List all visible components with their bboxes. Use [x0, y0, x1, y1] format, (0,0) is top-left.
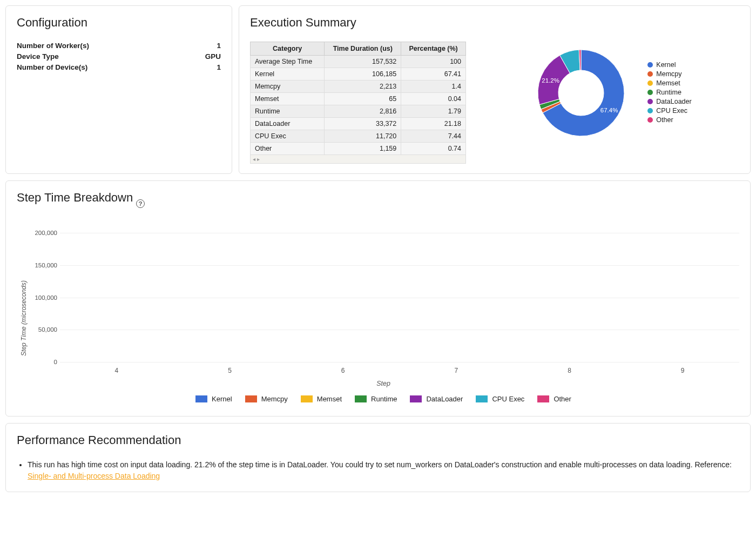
bar-chart-legend: KernelMemcpyMemsetRuntimeDataLoaderCPU E…: [28, 395, 739, 403]
config-label: Number of Worker(s): [17, 42, 89, 50]
legend-label: Memset: [317, 395, 342, 403]
config-value: 1: [217, 63, 221, 71]
legend-item: Runtime: [355, 395, 397, 403]
table-pager[interactable]: ◂ ▸: [250, 155, 466, 164]
table-header: Category: [251, 42, 325, 56]
config-value: 1: [217, 42, 221, 50]
help-icon[interactable]: ?: [136, 199, 145, 208]
legend-swatch: [410, 395, 422, 402]
y-tick: 150,000: [28, 262, 57, 268]
legend-label: Memset: [656, 79, 680, 87]
svg-text:21.2%: 21.2%: [542, 77, 560, 84]
x-tick: 5: [173, 362, 287, 374]
legend-swatch: [647, 108, 653, 113]
legend-item: DataLoader: [410, 395, 463, 403]
legend-item: Other: [537, 395, 571, 403]
x-tick: 7: [400, 362, 513, 374]
legend-swatch: [647, 99, 653, 104]
legend-item: Memset: [647, 79, 691, 87]
legend-item: CPU Exec: [476, 395, 524, 403]
config-row: Number of Worker(s)1: [17, 42, 221, 50]
legend-label: Runtime: [656, 89, 681, 96]
x-tick: 4: [60, 362, 173, 374]
table-row: Kernel106,18567.41: [251, 68, 466, 80]
table-row: Other1,1590.74: [251, 143, 466, 155]
y-tick: 50,000: [28, 326, 57, 333]
table-row: DataLoader33,37221.18: [251, 118, 466, 130]
y-tick: 100,000: [28, 294, 57, 301]
configuration-title: Configuration: [17, 16, 221, 30]
legend-swatch: [647, 117, 653, 123]
legend-swatch: [647, 62, 653, 68]
legend-label: Runtime: [371, 395, 397, 403]
legend-label: Kernel: [656, 61, 676, 69]
recommendation-item: This run has high time cost on input dat…: [28, 459, 739, 482]
legend-item: Other: [647, 116, 691, 124]
legend-label: Kernel: [212, 395, 232, 403]
legend-swatch: [301, 395, 313, 402]
legend-swatch: [355, 395, 367, 402]
legend-swatch: [245, 395, 257, 402]
y-tick: 200,000: [28, 230, 57, 236]
x-tick: 6: [286, 362, 400, 374]
table-row: Runtime2,8161.79: [251, 105, 466, 118]
step-breakdown-chart: 050,000100,000150,000200,000: [60, 233, 739, 362]
config-label: Number of Device(s): [17, 63, 87, 71]
legend-item: CPU Exec: [647, 107, 691, 115]
table-row: Memset650.04: [251, 93, 466, 105]
legend-label: Memcpy: [261, 395, 288, 403]
legend-swatch: [537, 395, 549, 402]
execution-summary-table: CategoryTime Duration (us)Percentage (%)…: [250, 42, 466, 155]
execution-summary-card: Execution Summary CategoryTime Duration …: [239, 5, 751, 174]
execution-donut-chart: 67.4%21.2%: [524, 42, 638, 144]
config-label: Device Type: [17, 52, 59, 61]
legend-item: Runtime: [647, 89, 691, 96]
legend-label: DataLoader: [426, 395, 463, 403]
legend-label: Other: [656, 116, 673, 124]
legend-swatch: [195, 395, 207, 402]
recommendation-title: Performance Recommendation: [17, 433, 739, 447]
legend-item: Kernel: [647, 61, 691, 69]
legend-item: DataLoader: [647, 98, 691, 105]
recommendation-link[interactable]: Single- and Multi-process Data Loading: [28, 472, 160, 480]
legend-label: Memcpy: [656, 70, 681, 78]
legend-swatch: [647, 71, 653, 77]
config-row: Device TypeGPU: [17, 52, 221, 61]
table-row: Memcpy2,2131.4: [251, 80, 466, 93]
donut-legend: KernelMemcpyMemsetRuntimeDataLoaderCPU E…: [647, 61, 691, 125]
table-row: CPU Exec11,7207.44: [251, 130, 466, 143]
table-header: Time Duration (us): [325, 42, 401, 56]
recommendation-card: Performance Recommendation This run has …: [5, 423, 751, 492]
y-axis-label: Step Time (microseconds): [17, 280, 28, 356]
step-breakdown-card: Step Time Breakdown ? Step Time (microse…: [5, 180, 751, 417]
legend-label: Other: [554, 395, 571, 403]
legend-swatch: [647, 90, 653, 95]
legend-item: Memcpy: [245, 395, 288, 403]
x-tick: 9: [626, 362, 739, 374]
legend-item: Kernel: [195, 395, 232, 403]
execution-summary-title: Execution Summary: [250, 16, 739, 30]
svg-text:67.4%: 67.4%: [600, 107, 618, 113]
y-tick: 0: [28, 359, 57, 365]
legend-item: Memset: [301, 395, 342, 403]
legend-swatch: [647, 80, 653, 86]
config-value: GPU: [205, 52, 221, 61]
table-header: Percentage (%): [401, 42, 466, 56]
step-breakdown-title: Step Time Breakdown: [17, 191, 133, 205]
x-axis-label: Step: [28, 380, 739, 387]
legend-label: DataLoader: [656, 98, 691, 105]
x-tick: 8: [513, 362, 626, 374]
legend-label: CPU Exec: [492, 395, 524, 403]
configuration-card: Configuration Number of Worker(s)1Device…: [5, 5, 232, 174]
config-row: Number of Device(s)1: [17, 63, 221, 71]
legend-label: CPU Exec: [656, 107, 687, 115]
table-row: Average Step Time157,532100: [251, 56, 466, 68]
legend-swatch: [476, 395, 488, 402]
legend-item: Memcpy: [647, 70, 691, 78]
